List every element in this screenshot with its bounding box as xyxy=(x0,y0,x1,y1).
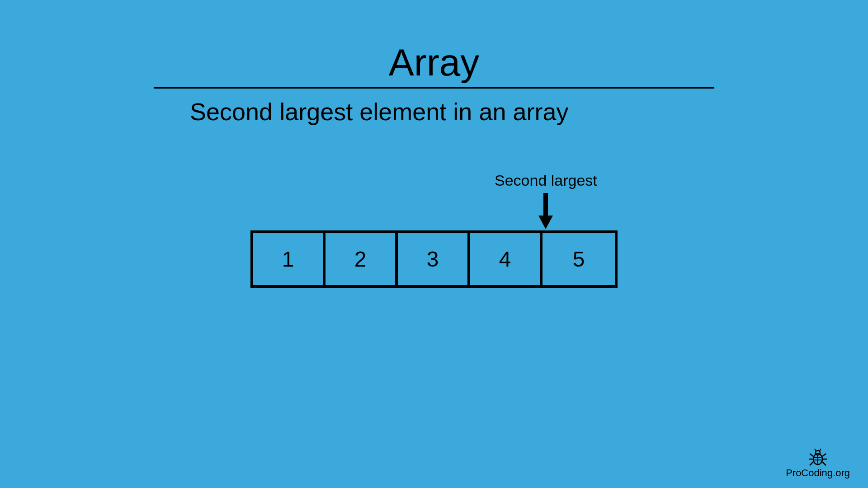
title-block: Array Second largest element in an array xyxy=(154,41,714,126)
array-cell: 2 xyxy=(326,233,398,285)
array-cell: 5 xyxy=(542,233,615,285)
page-subtitle: Second largest element in an array xyxy=(154,98,714,126)
annotation-label: Second largest xyxy=(495,172,597,189)
svg-line-10 xyxy=(822,454,826,456)
svg-line-9 xyxy=(810,454,813,456)
footer-text: ProCoding.org xyxy=(786,467,850,479)
svg-marker-1 xyxy=(538,216,553,229)
array-cell: 1 xyxy=(253,233,326,285)
array-diagram: 1 2 3 4 5 xyxy=(250,230,618,288)
svg-line-8 xyxy=(820,449,821,451)
array-cell: 4 xyxy=(470,233,542,285)
footer-brand: ProCoding.org xyxy=(786,448,850,479)
annotation-second-largest: Second largest xyxy=(495,172,597,229)
svg-line-7 xyxy=(815,449,816,451)
array-cell: 3 xyxy=(398,233,470,285)
svg-line-13 xyxy=(810,462,813,465)
svg-line-14 xyxy=(822,462,826,465)
bug-icon xyxy=(786,448,850,466)
title-divider xyxy=(154,87,714,89)
svg-point-6 xyxy=(816,450,820,455)
page-title: Array xyxy=(154,41,714,84)
arrow-down-icon xyxy=(495,193,597,229)
